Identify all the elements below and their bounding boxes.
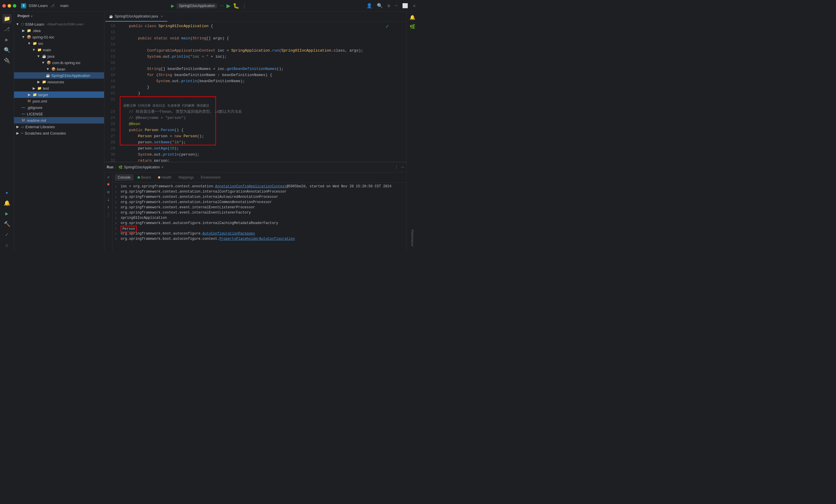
scroll-end-icon[interactable]: ⤓ xyxy=(105,196,112,203)
tree-item-main[interactable]: ▼ 📁 main xyxy=(14,46,104,53)
tab-console[interactable]: Console xyxy=(115,174,133,181)
close-button[interactable] xyxy=(2,4,6,7)
arrow-down-icon: ↓ xyxy=(115,189,118,194)
tree-item-target[interactable]: ▶ 📁 target xyxy=(14,92,104,98)
minimize-window-icon[interactable]: — xyxy=(395,3,398,8)
tree-item-license[interactable]: — LICENSE xyxy=(14,111,104,117)
activity-project-icon[interactable]: 📁 xyxy=(2,14,12,23)
target-icon: 📁 xyxy=(33,93,37,97)
code-line-29: person.setAge(18); xyxy=(117,146,406,152)
sidebar-title: Project xyxy=(18,14,30,18)
code-line-23: // 给容器注册一个bean, 类型为返回值的类型, id默认为方法名 xyxy=(117,109,406,115)
code-line-21: } xyxy=(117,90,406,96)
tree-item-scratches[interactable]: ▶ ✏ Scratches and Consoles xyxy=(14,130,104,136)
src-icon: 📁 xyxy=(33,41,37,45)
tree-item-external-libs[interactable]: ▶ 🗂 External Libraries xyxy=(14,123,104,130)
close-window-icon[interactable]: ✕ xyxy=(413,3,416,9)
tree-item-readme[interactable]: M readme.md xyxy=(14,117,104,123)
right-panel-notifications-icon[interactable]: 🔔 xyxy=(409,14,416,21)
code-line-12: public static void main(String[] args) { xyxy=(117,35,406,41)
activity-ai-icon[interactable]: ✦ xyxy=(2,188,12,197)
activity-terminal-icon[interactable]: ▶ xyxy=(2,209,12,218)
run-tab-close[interactable]: ✕ xyxy=(161,165,164,169)
more-options-icon[interactable]: ⋯ xyxy=(220,3,224,8)
tree-item-java[interactable]: ▼ ☕ java xyxy=(14,53,104,59)
more-actions-icon[interactable]: ⋮ xyxy=(242,3,247,9)
tree-item-ssm-learn[interactable]: ▼ ⬡ SSM-Learn ~/IdeaProjects/SSM-Learn xyxy=(14,21,104,27)
stop-icon[interactable]: ■ xyxy=(105,181,112,188)
more-icon[interactable]: ⋮ xyxy=(105,212,112,218)
search-icon[interactable]: 🔍 xyxy=(377,3,383,9)
tab-mappings-label: Mappings xyxy=(179,175,194,179)
activity-notification-icon[interactable]: 🔔 xyxy=(2,198,12,208)
chevron-right-icon: ▶ xyxy=(36,80,41,84)
tree-item-package[interactable]: ▼ 📦 com.lb.spring.ioc xyxy=(14,59,104,66)
activity-search-icon[interactable]: 🔍 xyxy=(2,45,12,55)
panel-more-icon[interactable]: ⋮ xyxy=(394,164,399,170)
activity-todo-icon[interactable]: ✓ xyxy=(2,230,12,239)
tab-close-icon[interactable]: ✕ xyxy=(160,14,164,18)
panel-controls: ⋮ — xyxy=(394,164,404,170)
check-icon: ✓ xyxy=(386,23,389,30)
code-content[interactable]: public class Spring01IocApplication { pu… xyxy=(117,22,406,162)
tree-item-spring-01-ioc[interactable]: ▼ 📦 spring-01-ioc xyxy=(14,34,104,40)
license-icon: — xyxy=(21,112,26,116)
xml-icon: M xyxy=(27,99,32,103)
tree-item-bean[interactable]: ▼ 📦 bean xyxy=(14,66,104,72)
restore-icon[interactable]: ⊞ xyxy=(105,189,112,195)
tree-item-resources[interactable]: ▶ 📁 resources xyxy=(14,79,104,85)
tab-environment[interactable]: Environment xyxy=(198,174,223,181)
chevron-down-icon: ▼ xyxy=(45,67,50,71)
app-run-icon: ▶ xyxy=(171,3,174,8)
arrow-down-icon: ↓ xyxy=(115,184,118,189)
code-line-27: Person person = new Person(); xyxy=(117,133,406,139)
rerun-icon[interactable]: ↺ xyxy=(105,174,112,180)
activity-plugins-icon[interactable]: 🔌 xyxy=(2,56,12,65)
play-button-icon[interactable]: ▶ xyxy=(227,3,231,9)
tab-environment-label: Environment xyxy=(201,175,221,179)
activity-problems-icon[interactable]: ⚠ xyxy=(2,240,12,250)
scroll-up-icon[interactable]: ⬆ xyxy=(105,204,112,210)
minimize-button[interactable] xyxy=(7,4,11,7)
code-line-26: ● public Person Person() { xyxy=(117,127,406,133)
right-panel-performance-icon[interactable]: Performance xyxy=(409,226,416,250)
tree-label-main: main xyxy=(43,48,51,52)
tree-label-test: test xyxy=(43,86,49,91)
tree-item-pom[interactable]: M pom.xml xyxy=(14,98,104,104)
console-output[interactable]: ↓ ioc = org.springframework.context.anno… xyxy=(113,183,406,252)
right-panel-spring-icon[interactable]: 🌿 xyxy=(409,23,416,30)
restore-window-icon[interactable]: ⬜ xyxy=(402,3,408,9)
tree-item-gitignore[interactable]: — .gitignore xyxy=(14,104,104,111)
tab-spring01ioc[interactable]: ☕ Spring01IocApplication.java ✕ xyxy=(106,12,167,22)
panel-close-icon[interactable]: — xyxy=(401,164,404,170)
tree-item-application[interactable]: ☕ Spring01IocApplication xyxy=(14,72,104,79)
debug-icon[interactable]: 🐛 xyxy=(233,3,239,9)
tree-label-ssm-learn: SSM-Learn xyxy=(25,22,44,26)
tree-item-test[interactable]: ▶ 📁 test xyxy=(14,85,104,92)
tree-label-java: java xyxy=(48,54,55,59)
arrow-down-icon: ↓ xyxy=(115,215,118,220)
run-config-name[interactable]: Spring01IocApplication xyxy=(177,3,217,8)
activity-run-icon[interactable]: ▶ xyxy=(2,35,12,44)
tab-mappings[interactable]: Mappings xyxy=(176,174,197,181)
window-controls xyxy=(2,4,16,7)
code-editor[interactable]: 10 11 12 13 14 15 16 17 18 19 20 21 22 2… xyxy=(104,22,406,162)
chevron-down-icon: ▼ xyxy=(27,41,32,45)
ide-logo: S xyxy=(21,3,26,8)
tab-beans[interactable]: Beans xyxy=(135,174,154,181)
java-file-icon: ☕ xyxy=(45,73,50,77)
console-line-4: ↓ org.springframework.context.annotation… xyxy=(115,199,404,205)
package-icon: 📦 xyxy=(46,61,51,65)
settings-icon[interactable]: ⚙ xyxy=(387,3,390,9)
activity-build-icon[interactable]: 🔨 xyxy=(2,219,12,229)
title-bar: S SSM-Learn ⎇ main ▶ Spring01IocApplicat… xyxy=(0,0,418,12)
tree-item-src[interactable]: ▼ 📁 src xyxy=(14,40,104,46)
tree-item-idea[interactable]: ▶ 📁 .idea xyxy=(14,27,104,34)
line-numbers: 10 11 12 13 14 15 16 17 18 19 20 21 22 2… xyxy=(104,22,117,162)
tab-health[interactable]: Health xyxy=(155,174,175,181)
activity-git-icon[interactable]: ⎇ xyxy=(2,24,12,34)
bean-package-icon: 📦 xyxy=(51,67,56,71)
test-icon: 📁 xyxy=(37,86,42,90)
maximize-button[interactable] xyxy=(13,4,16,7)
profile-icon[interactable]: 👤 xyxy=(366,3,372,9)
